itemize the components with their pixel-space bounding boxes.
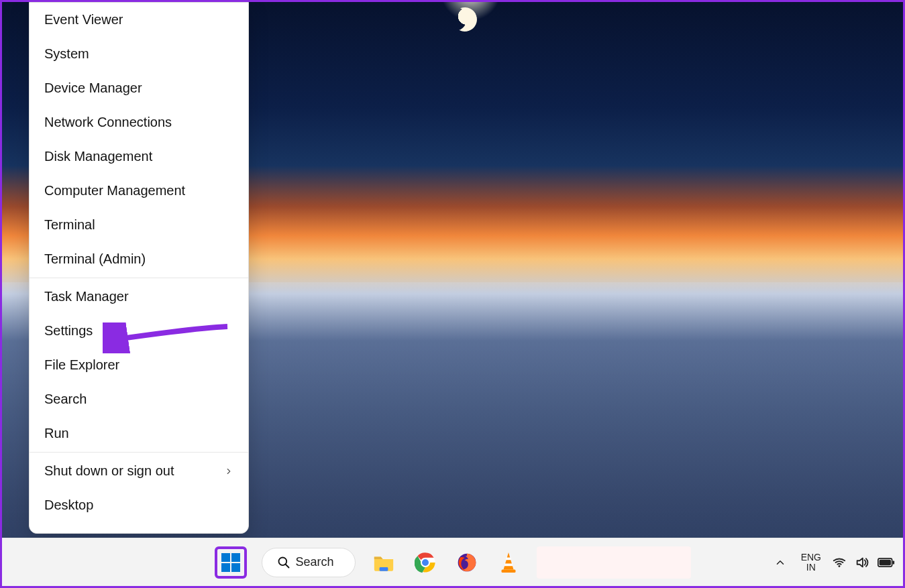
taskbar-search-label: Search (296, 555, 334, 569)
svg-rect-12 (893, 561, 895, 564)
language-indicator[interactable]: ENG IN (801, 552, 821, 572)
ctx-item-label: Device Manager (44, 80, 142, 96)
chrome-icon (415, 552, 436, 573)
ctx-item-label: Disk Management (44, 149, 152, 164)
ctx-item-event-viewer[interactable]: Event Viewer (30, 3, 248, 37)
tray-quick-settings[interactable] (832, 555, 895, 570)
moon-icon (449, 4, 480, 35)
ctx-item-run[interactable]: Run (30, 416, 248, 451)
language-region: IN (801, 563, 821, 573)
ctx-item-network-connections[interactable]: Network Connections (30, 105, 248, 139)
svg-rect-13 (880, 559, 891, 565)
search-icon (277, 556, 290, 569)
ctx-item-computer-management[interactable]: Computer Management (30, 174, 248, 208)
svg-rect-9 (501, 569, 515, 573)
svg-rect-2 (379, 567, 388, 571)
windows-logo-icon (221, 553, 240, 572)
winx-context-menu: Event ViewerSystemDevice ManagerNetwork … (29, 2, 249, 534)
ctx-item-disk-management[interactable]: Disk Management (30, 139, 248, 174)
svg-rect-7 (506, 557, 511, 560)
ctx-separator (30, 278, 248, 278)
ctx-item-label: Computer Management (44, 183, 185, 198)
ctx-item-label: Terminal (Admin) (44, 251, 146, 267)
ctx-item-label: Task Manager (44, 289, 129, 304)
ctx-item-label: Terminal (44, 217, 95, 233)
taskbar-search[interactable]: Search (262, 548, 356, 577)
language-code: ENG (801, 552, 821, 563)
ctx-item-label: Shut down or sign out (44, 463, 174, 479)
wifi-icon (832, 555, 847, 570)
folder-icon (372, 551, 395, 574)
firefox-icon (456, 552, 478, 573)
firefox-taskbar-button[interactable] (454, 549, 480, 576)
chrome-taskbar-button[interactable] (412, 549, 439, 576)
ctx-separator (30, 452, 248, 453)
svg-line-1 (285, 564, 288, 567)
system-tray: ENG IN (770, 538, 895, 586)
start-button[interactable] (215, 546, 247, 579)
vlc-taskbar-button[interactable] (495, 549, 522, 576)
ctx-item-terminal-admin[interactable]: Terminal (Admin) (30, 242, 248, 276)
ctx-item-device-manager[interactable]: Device Manager (30, 71, 248, 105)
chevron-up-icon (774, 556, 786, 569)
ctx-item-label: Event Viewer (44, 12, 123, 27)
vlc-cone-icon (498, 551, 519, 574)
ctx-item-file-explorer[interactable]: File Explorer (30, 348, 248, 382)
ctx-item-label: System (44, 46, 89, 62)
svg-rect-8 (504, 563, 513, 566)
ctx-item-label: Run (44, 426, 69, 441)
svg-point-10 (839, 565, 841, 567)
volume-icon (855, 555, 869, 570)
ctx-item-settings[interactable]: Settings (30, 314, 248, 348)
taskbar: Search (2, 538, 903, 586)
ctx-item-label: Network Connections (44, 115, 172, 130)
ctx-item-system[interactable]: System (30, 37, 248, 71)
ctx-item-label: Search (44, 392, 87, 407)
ctx-item-task-manager[interactable]: Task Manager (30, 280, 248, 314)
ctx-item-shut-down-or-sign-out[interactable]: Shut down or sign out (30, 454, 248, 488)
battery-icon (877, 556, 895, 569)
taskbar-center-group: Search (215, 546, 691, 579)
ctx-item-search[interactable]: Search (30, 382, 248, 416)
ctx-item-label: Settings (44, 323, 93, 339)
tray-overflow-button[interactable] (770, 552, 790, 573)
taskbar-redacted-region (537, 546, 691, 579)
chevron-right-icon (224, 467, 233, 476)
ctx-item-label: Desktop (44, 497, 93, 513)
ctx-item-desktop[interactable]: Desktop (30, 488, 248, 522)
ctx-item-terminal[interactable]: Terminal (30, 208, 248, 242)
file-explorer-taskbar-button[interactable] (370, 549, 397, 576)
ctx-item-label: File Explorer (44, 357, 119, 373)
